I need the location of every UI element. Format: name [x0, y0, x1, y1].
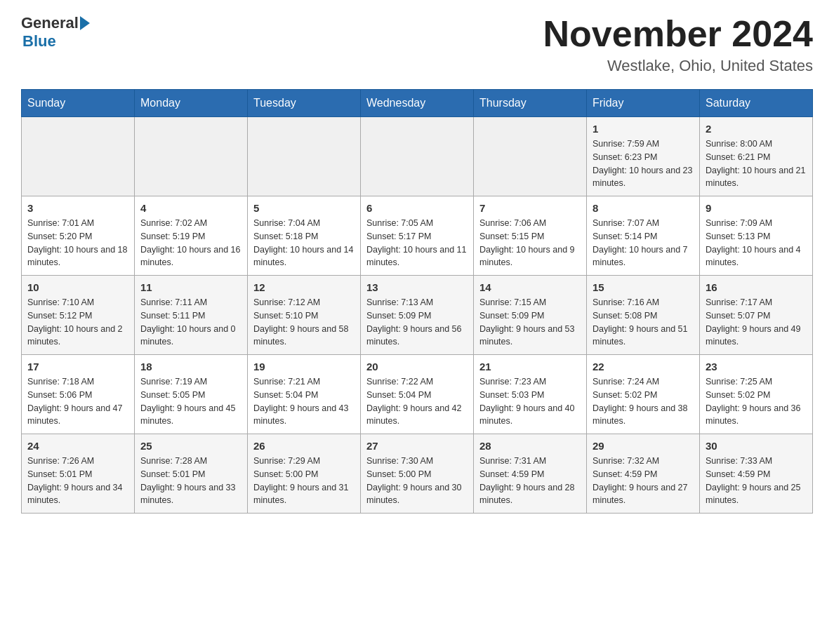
day-number: 19 [253, 361, 355, 373]
calendar-cell: 5Sunrise: 7:04 AMSunset: 5:18 PMDaylight… [248, 196, 361, 276]
day-info: Sunrise: 7:11 AMSunset: 5:11 PMDaylight:… [140, 296, 241, 349]
calendar-cell: 7Sunrise: 7:06 AMSunset: 5:15 PMDaylight… [474, 196, 587, 276]
calendar-week-row: 1Sunrise: 7:59 AMSunset: 6:23 PMDaylight… [22, 117, 813, 196]
day-info: Sunrise: 7:05 AMSunset: 5:17 PMDaylight:… [366, 217, 468, 269]
calendar-cell [474, 117, 587, 196]
day-number: 30 [706, 440, 807, 452]
calendar-cell: 27Sunrise: 7:30 AMSunset: 5:00 PMDayligh… [361, 434, 474, 514]
day-info: Sunrise: 7:24 AMSunset: 5:02 PMDaylight:… [593, 375, 694, 428]
day-number: 5 [253, 202, 355, 214]
calendar-cell: 20Sunrise: 7:22 AMSunset: 5:04 PMDayligh… [361, 355, 474, 434]
calendar-header-row: SundayMondayTuesdayWednesdayThursdayFrid… [22, 90, 813, 117]
day-info: Sunrise: 7:10 AMSunset: 5:12 PMDaylight:… [27, 296, 128, 349]
day-number: 22 [593, 361, 694, 373]
day-info: Sunrise: 7:30 AMSunset: 5:00 PMDaylight:… [366, 455, 468, 507]
logo-arrow-icon [80, 16, 90, 30]
day-number: 15 [593, 281, 694, 293]
day-info: Sunrise: 7:25 AMSunset: 5:02 PMDaylight:… [706, 375, 807, 428]
calendar-cell [135, 117, 248, 196]
day-number: 6 [366, 202, 468, 214]
calendar-cell: 30Sunrise: 7:33 AMSunset: 4:59 PMDayligh… [700, 434, 813, 514]
day-number: 27 [366, 440, 468, 452]
calendar-cell: 12Sunrise: 7:12 AMSunset: 5:10 PMDayligh… [248, 276, 361, 355]
day-number: 21 [479, 361, 581, 373]
day-number: 28 [479, 440, 581, 452]
calendar-cell: 16Sunrise: 7:17 AMSunset: 5:07 PMDayligh… [700, 276, 813, 355]
page-header: General Blue November 2024 Westlake, Ohi… [21, 14, 813, 75]
day-number: 2 [706, 123, 807, 135]
calendar-cell: 6Sunrise: 7:05 AMSunset: 5:17 PMDaylight… [361, 196, 474, 276]
day-info: Sunrise: 7:28 AMSunset: 5:01 PMDaylight:… [140, 455, 241, 507]
calendar-week-row: 24Sunrise: 7:26 AMSunset: 5:01 PMDayligh… [22, 434, 813, 514]
day-info: Sunrise: 7:13 AMSunset: 5:09 PMDaylight:… [366, 296, 468, 349]
day-info: Sunrise: 7:07 AMSunset: 5:14 PMDaylight:… [593, 217, 694, 269]
calendar-cell: 17Sunrise: 7:18 AMSunset: 5:06 PMDayligh… [22, 355, 135, 434]
calendar-cell [248, 117, 361, 196]
day-number: 1 [593, 123, 694, 135]
day-info: Sunrise: 7:21 AMSunset: 5:04 PMDaylight:… [253, 375, 355, 428]
logo-general-text: General [21, 14, 79, 32]
calendar-cell: 22Sunrise: 7:24 AMSunset: 5:02 PMDayligh… [587, 355, 700, 434]
day-number: 4 [140, 202, 241, 214]
day-info: Sunrise: 7:59 AMSunset: 6:23 PMDaylight:… [593, 137, 694, 190]
day-number: 10 [27, 281, 128, 293]
day-number: 17 [27, 361, 128, 373]
calendar-cell: 29Sunrise: 7:32 AMSunset: 4:59 PMDayligh… [587, 434, 700, 514]
day-info: Sunrise: 7:12 AMSunset: 5:10 PMDaylight:… [253, 296, 355, 349]
calendar-cell: 3Sunrise: 7:01 AMSunset: 5:20 PMDaylight… [22, 196, 135, 276]
day-info: Sunrise: 7:32 AMSunset: 4:59 PMDaylight:… [593, 455, 694, 507]
day-number: 18 [140, 361, 241, 373]
day-info: Sunrise: 7:02 AMSunset: 5:19 PMDaylight:… [140, 217, 241, 269]
day-number: 20 [366, 361, 468, 373]
day-info: Sunrise: 7:16 AMSunset: 5:08 PMDaylight:… [593, 296, 694, 349]
calendar-week-row: 17Sunrise: 7:18 AMSunset: 5:06 PMDayligh… [22, 355, 813, 434]
calendar-cell: 24Sunrise: 7:26 AMSunset: 5:01 PMDayligh… [22, 434, 135, 514]
title-area: November 2024 Westlake, Ohio, United Sta… [543, 14, 813, 75]
calendar-cell [22, 117, 135, 196]
day-number: 26 [253, 440, 355, 452]
day-number: 3 [27, 202, 128, 214]
calendar-cell: 9Sunrise: 7:09 AMSunset: 5:13 PMDaylight… [700, 196, 813, 276]
day-info: Sunrise: 7:17 AMSunset: 5:07 PMDaylight:… [706, 296, 807, 349]
calendar-cell: 21Sunrise: 7:23 AMSunset: 5:03 PMDayligh… [474, 355, 587, 434]
day-number: 29 [593, 440, 694, 452]
day-number: 24 [27, 440, 128, 452]
day-info: Sunrise: 7:01 AMSunset: 5:20 PMDaylight:… [27, 217, 128, 269]
calendar-cell [361, 117, 474, 196]
calendar-week-row: 10Sunrise: 7:10 AMSunset: 5:12 PMDayligh… [22, 276, 813, 355]
calendar-cell: 28Sunrise: 7:31 AMSunset: 4:59 PMDayligh… [474, 434, 587, 514]
day-number: 13 [366, 281, 468, 293]
calendar-cell: 23Sunrise: 7:25 AMSunset: 5:02 PMDayligh… [700, 355, 813, 434]
calendar-week-row: 3Sunrise: 7:01 AMSunset: 5:20 PMDaylight… [22, 196, 813, 276]
header-day-sunday: Sunday [22, 90, 135, 117]
calendar-cell: 15Sunrise: 7:16 AMSunset: 5:08 PMDayligh… [587, 276, 700, 355]
day-number: 11 [140, 281, 241, 293]
day-info: Sunrise: 7:31 AMSunset: 4:59 PMDaylight:… [479, 455, 581, 507]
header-day-friday: Friday [587, 90, 700, 117]
calendar-cell: 19Sunrise: 7:21 AMSunset: 5:04 PMDayligh… [248, 355, 361, 434]
calendar-cell: 14Sunrise: 7:15 AMSunset: 5:09 PMDayligh… [474, 276, 587, 355]
day-number: 8 [593, 202, 694, 214]
calendar-cell: 25Sunrise: 7:28 AMSunset: 5:01 PMDayligh… [135, 434, 248, 514]
calendar-table: SundayMondayTuesdayWednesdayThursdayFrid… [21, 89, 813, 514]
day-info: Sunrise: 7:04 AMSunset: 5:18 PMDaylight:… [253, 217, 355, 269]
day-info: Sunrise: 7:33 AMSunset: 4:59 PMDaylight:… [706, 455, 807, 507]
day-info: Sunrise: 7:23 AMSunset: 5:03 PMDaylight:… [479, 375, 581, 428]
logo: General Blue [21, 14, 90, 51]
day-info: Sunrise: 7:22 AMSunset: 5:04 PMDaylight:… [366, 375, 468, 428]
day-number: 14 [479, 281, 581, 293]
calendar-cell: 2Sunrise: 8:00 AMSunset: 6:21 PMDaylight… [700, 117, 813, 196]
day-number: 23 [706, 361, 807, 373]
calendar-cell: 1Sunrise: 7:59 AMSunset: 6:23 PMDaylight… [587, 117, 700, 196]
location-title: Westlake, Ohio, United States [543, 57, 813, 75]
month-title: November 2024 [543, 14, 813, 54]
header-day-wednesday: Wednesday [361, 90, 474, 117]
day-info: Sunrise: 7:18 AMSunset: 5:06 PMDaylight:… [27, 375, 128, 428]
day-info: Sunrise: 8:00 AMSunset: 6:21 PMDaylight:… [706, 137, 807, 190]
header-day-saturday: Saturday [700, 90, 813, 117]
header-day-thursday: Thursday [474, 90, 587, 117]
day-info: Sunrise: 7:29 AMSunset: 5:00 PMDaylight:… [253, 455, 355, 507]
day-number: 25 [140, 440, 241, 452]
calendar-cell: 4Sunrise: 7:02 AMSunset: 5:19 PMDaylight… [135, 196, 248, 276]
logo-blue-text: Blue [22, 32, 56, 51]
